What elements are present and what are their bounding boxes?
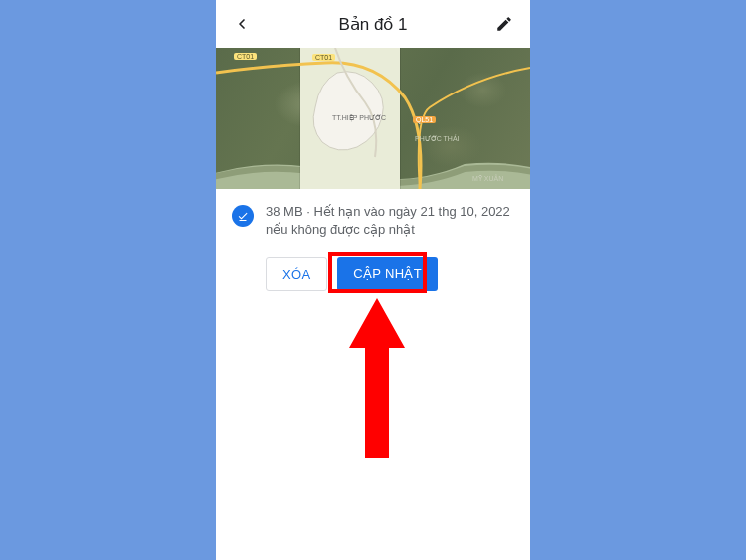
update-button[interactable]: CẬP NHẬT xyxy=(337,257,438,291)
back-button[interactable] xyxy=(230,12,254,36)
downloaded-icon xyxy=(232,205,254,227)
button-row: XÓA CẬP NHẬT xyxy=(216,253,530,291)
map-label-phuoc-thai: PHƯỚC THÁI xyxy=(415,135,460,143)
map-preview[interactable]: CT01 CT01 QL51 TT.HIỆP PHƯỚC PHƯỚC THÁI … xyxy=(216,48,530,189)
page-title: Bản đồ 1 xyxy=(338,14,407,35)
road-label-ql51: QL51 xyxy=(413,116,436,123)
phone-screen: Bản đồ 1 CT01 CT01 QL51 TT.HIỆP PHƯỚC PH… xyxy=(216,0,530,560)
map-label-my-xuan: MỸ XUÂN xyxy=(472,175,503,183)
edit-button[interactable] xyxy=(492,12,516,36)
svg-rect-0 xyxy=(240,220,247,221)
info-section: 38 MB · Hết hạn vào ngày 21 thg 10, 2022… xyxy=(216,189,530,253)
road-label-ct01: CT01 xyxy=(312,54,335,61)
annotation-arrow xyxy=(349,298,405,477)
road-label-ct01: CT01 xyxy=(234,53,257,60)
svg-marker-1 xyxy=(349,298,405,458)
delete-button[interactable]: XÓA xyxy=(266,257,327,291)
header: Bản đồ 1 xyxy=(216,0,530,48)
map-label-town: TT.HIỆP PHƯỚC xyxy=(332,114,386,122)
map-info-text: 38 MB · Hết hạn vào ngày 21 thg 10, 2022… xyxy=(266,203,514,239)
